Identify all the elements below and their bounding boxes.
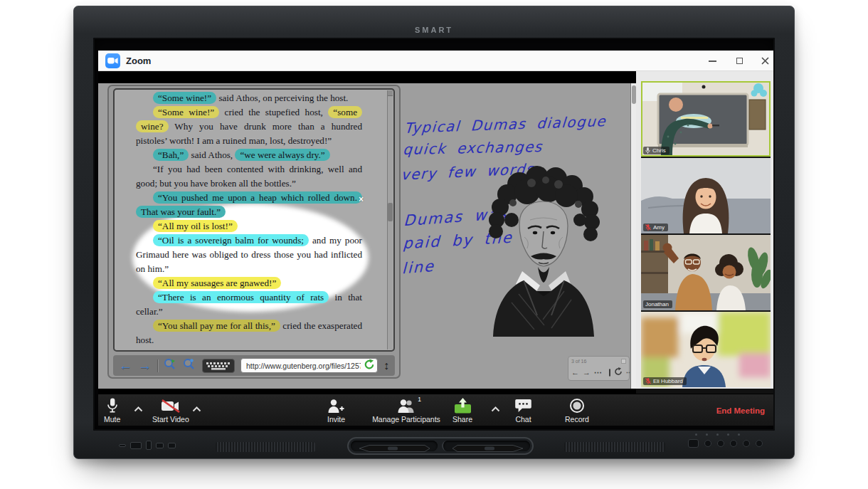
page-navigator: 3 of 16 ← → ⋯ (568, 356, 630, 381)
camera-off-icon (160, 397, 181, 414)
close-button[interactable] (754, 51, 776, 71)
paragraph: “Triple ass!” said Athos, rising; but he… (136, 347, 362, 352)
participant-count-badge: 1 (418, 396, 421, 403)
share-screen-icon (454, 397, 472, 414)
record-button[interactable]: Record (565, 397, 589, 424)
forward-icon[interactable]: → (138, 358, 152, 374)
zoom-app-icon (105, 53, 120, 68)
participant-name: Eli Hubbard (653, 378, 683, 384)
amy-video-scene (641, 158, 771, 233)
end-meeting-button[interactable]: End Meeting (716, 394, 765, 426)
paragraph: “Some wine!” said Athos, on perceiving t… (136, 91, 362, 105)
manage-participants-label: Manage Participants (372, 415, 440, 424)
screenshot-stage: SMART Zoom (0, 0, 868, 489)
jonathan-video-scene (641, 235, 771, 310)
video-tile-amy[interactable]: Amy (641, 158, 771, 233)
name-label: Jonathan (643, 300, 672, 308)
invite-button[interactable]: Invite (327, 397, 345, 424)
chris-video-scene (641, 81, 771, 157)
zoom-out-icon[interactable] (183, 358, 196, 374)
share-options-chevron[interactable] (491, 402, 500, 415)
maximize-button[interactable] (729, 51, 750, 71)
scrollbar-thumb[interactable] (388, 203, 393, 221)
microphone-icon (107, 397, 118, 414)
name-label: Eli Hubbard (643, 377, 687, 385)
invite-person-icon (327, 397, 345, 414)
paragraph: “If you had been contented with drinking… (136, 162, 362, 191)
browser-toolbar: ← → (113, 355, 395, 376)
video-options-chevron[interactable] (192, 402, 201, 415)
highlight-teal: “Some wine!” (153, 92, 216, 104)
whiteboard-scrollbar[interactable] (630, 83, 636, 389)
video-tile-jonathan[interactable]: Jonathan (641, 235, 771, 310)
pen-slot (442, 441, 530, 451)
share-button[interactable]: Share (452, 397, 472, 424)
fit-page-icon[interactable] (614, 366, 623, 379)
highlight-cyan: “There is an enormous quantity of rats (153, 291, 329, 303)
participants-icon: 1 (397, 397, 416, 414)
name-label: Amy (643, 224, 668, 231)
back-icon[interactable]: ← (119, 358, 132, 374)
video-sidebar: Chris (636, 71, 773, 394)
refresh-icon[interactable] (364, 359, 375, 373)
manage-participants-button[interactable]: 1 Manage Participants (363, 397, 450, 424)
zoom-window: Zoom (98, 51, 773, 426)
video-tile-column: Chris (641, 81, 771, 387)
paragraph: “Some wine!” cried the stupefied host, “… (136, 105, 362, 148)
text-segment: cried the stupefied host, (219, 107, 328, 117)
keyboard-icon[interactable] (202, 359, 235, 373)
start-video-button[interactable]: Start Video (152, 397, 189, 424)
text-segment: “If you had been contented with drinking… (136, 164, 362, 189)
minimize-button[interactable] (702, 51, 723, 71)
paragraph: “You shall pay me for all this,” cried t… (136, 319, 362, 347)
text-segment: said Athos, on perceiving the host. (216, 93, 348, 103)
video-tile-chris[interactable]: Chris (641, 81, 771, 157)
bezel-buttons (688, 439, 763, 448)
resize-icon[interactable]: ↕ (383, 359, 389, 372)
paragraph: “All my oil is lost!” (136, 219, 362, 233)
paragraph: “Bah,” said Athos, “we were always dry.” (136, 148, 362, 162)
zoom-in-icon[interactable] (164, 358, 177, 374)
mute-options-chevron[interactable] (134, 402, 143, 415)
page-indicator: 3 of 16 (571, 359, 586, 364)
connector-ports (119, 441, 176, 450)
eli-video-scene (641, 312, 771, 387)
share-label: Share (452, 415, 472, 424)
document-scrollbar[interactable] (387, 90, 393, 349)
text-segment: “Triple ass!” said Athos, rising; but he… (153, 349, 339, 352)
mic-muted-icon (645, 378, 651, 384)
dumas-portrait-sketch (452, 152, 630, 337)
scrollbar-arrow-box[interactable] (388, 90, 393, 96)
start-video-label: Start Video (152, 415, 189, 424)
participant-name: Chris (652, 147, 666, 154)
pager-expand-icon[interactable] (621, 359, 626, 364)
toolbar-divider (157, 359, 158, 372)
meeting-toolbar: Mute Start Video (98, 394, 773, 426)
window-title: Zoom (126, 51, 151, 71)
smart-board: SMART Zoom (73, 6, 795, 459)
paragraph: “All my sausages are gnawed!” (136, 276, 362, 290)
annotation-close-icon[interactable]: × (359, 194, 364, 204)
page-icon[interactable] (609, 369, 610, 377)
text-segment: Why you have drunk more than a hundred p… (136, 121, 362, 146)
highlight-yellow: “Some wine!” (153, 106, 219, 118)
address-bar[interactable]: http://www.gutenberg.org/files/1257 (240, 358, 378, 373)
previous-page-icon[interactable]: ← (571, 368, 579, 377)
next-page-icon[interactable]: → (583, 368, 591, 377)
window-titlebar[interactable]: Zoom (98, 51, 773, 71)
highlight-teal: “Bah,” (153, 149, 189, 161)
mute-label: Mute (104, 415, 120, 424)
video-tile-eli[interactable]: Eli Hubbard (641, 312, 771, 387)
shared-screen: “Some wine!” said Athos, on perceiving t… (98, 71, 636, 394)
chat-label: Chat (515, 415, 531, 424)
paragraph: “You pushed me upon a heap which rolled … (136, 191, 362, 219)
chat-bubble-icon (515, 397, 531, 414)
chat-button[interactable]: Chat (515, 397, 531, 424)
mute-button[interactable]: Mute (104, 397, 120, 424)
paragraph: “Oil is a sovereign balm for wounds; and… (136, 233, 362, 276)
status-leds (695, 433, 740, 436)
text-segment: said Athos, (189, 149, 235, 160)
more-options-icon[interactable]: ⋯ (594, 368, 602, 377)
invite-label: Invite (327, 415, 345, 424)
paragraph: “There is an enormous quantity of rats i… (136, 290, 362, 319)
